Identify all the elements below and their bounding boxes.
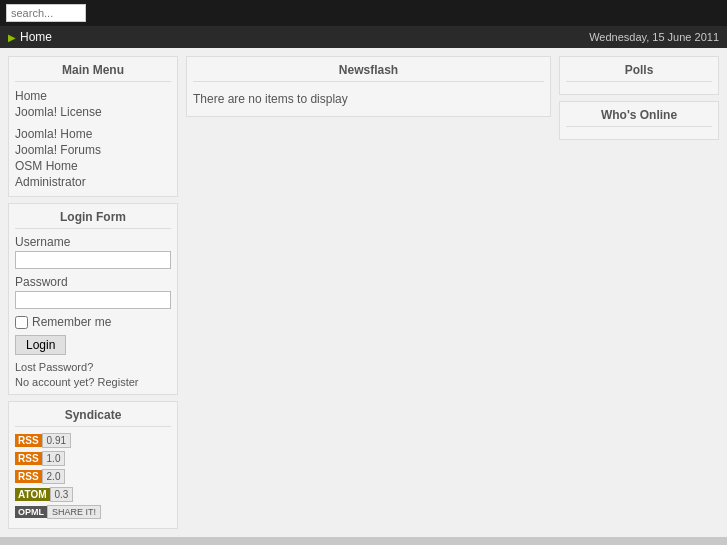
login-button[interactable]: Login [15, 335, 66, 355]
syndicate-module: Syndicate RSS0.91 RSS1.0 RSS2.0 ATOM0.3 … [8, 401, 178, 529]
syndicate-title: Syndicate [15, 408, 171, 427]
no-account-text: No account yet? Register [15, 376, 171, 388]
lost-password-link[interactable]: Lost Password? [15, 361, 171, 373]
remember-row: Remember me [15, 315, 171, 329]
rss-10-btn[interactable]: RSS1.0 [15, 451, 171, 466]
rss-20-btn[interactable]: RSS2.0 [15, 469, 171, 484]
newsflash-module: Newsflash There are no items to display [186, 56, 551, 117]
login-form-title: Login Form [15, 210, 171, 229]
login-form-module: Login Form Username Password Remember me… [8, 203, 178, 395]
menu-item-joomla-forums[interactable]: Joomla! Forums [15, 142, 171, 158]
main-menu-module: Main Menu Home Joomla! License Joomla! H… [8, 56, 178, 197]
nav-bar: Home Wednesday, 15 June 2011 [0, 26, 727, 48]
rss-091-btn[interactable]: RSS0.91 [15, 433, 171, 448]
password-input[interactable] [15, 291, 171, 309]
whos-online-title: Who's Online [566, 108, 712, 127]
remember-label: Remember me [32, 315, 111, 329]
menu-item-home[interactable]: Home [15, 88, 171, 104]
newsflash-title: Newsflash [193, 63, 544, 82]
username-label: Username [15, 235, 171, 249]
register-link[interactable]: Register [98, 376, 139, 388]
top-of-page[interactable]: top of page [0, 537, 727, 545]
main-menu-title: Main Menu [15, 63, 171, 82]
menu-item-administrator[interactable]: Administrator [15, 174, 171, 190]
newsflash-no-items: There are no items to display [193, 88, 544, 110]
date-display: Wednesday, 15 June 2011 [589, 31, 719, 43]
polls-module: Polls [559, 56, 719, 95]
polls-title: Polls [566, 63, 712, 82]
password-label: Password [15, 275, 171, 289]
menu-item-osm-home[interactable]: OSM Home [15, 158, 171, 174]
remember-checkbox[interactable] [15, 316, 28, 329]
search-bar [0, 0, 727, 26]
menu-item-license[interactable]: Joomla! License [15, 104, 171, 120]
right-sidebar: Polls Who's Online [559, 56, 719, 529]
username-input[interactable] [15, 251, 171, 269]
atom-03-btn[interactable]: ATOM0.3 [15, 487, 171, 502]
search-input[interactable] [6, 4, 86, 22]
home-nav-link[interactable]: Home [8, 30, 52, 44]
opml-share-btn[interactable]: OPMLSHARE IT! [15, 505, 171, 519]
left-sidebar: Main Menu Home Joomla! License Joomla! H… [8, 56, 178, 529]
main-content: Newsflash There are no items to display [178, 56, 559, 529]
whos-online-module: Who's Online [559, 101, 719, 140]
main-wrapper: Main Menu Home Joomla! License Joomla! H… [0, 48, 727, 537]
menu-item-joomla-home[interactable]: Joomla! Home [15, 126, 171, 142]
